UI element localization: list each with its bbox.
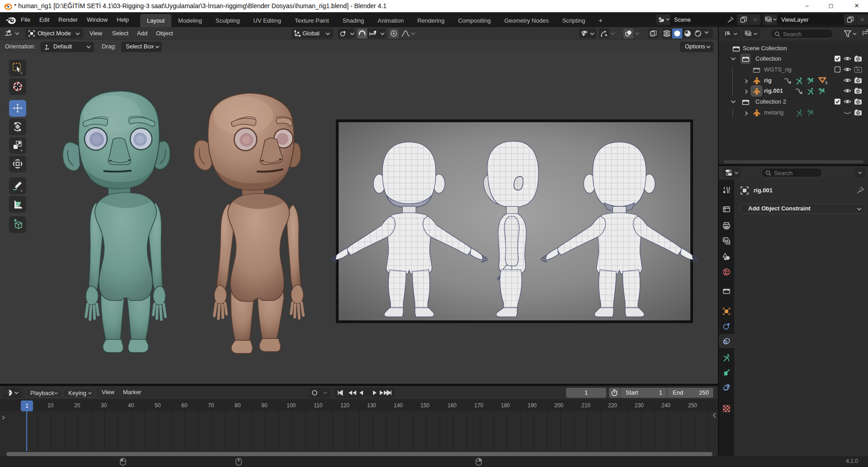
svg-text:3: 3 xyxy=(825,81,827,85)
